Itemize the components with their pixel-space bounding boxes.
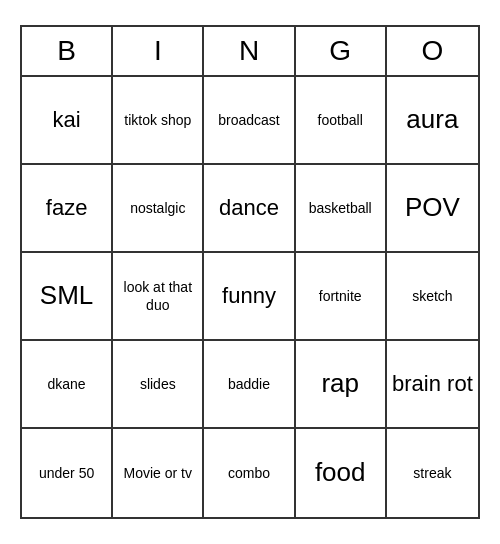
bingo-cell: dance <box>204 165 295 253</box>
bingo-cell: baddie <box>204 341 295 429</box>
bingo-cell: faze <box>22 165 113 253</box>
bingo-grid: kaitiktok shopbroadcastfootballaurafazen… <box>22 77 478 517</box>
bingo-cell: rap <box>296 341 387 429</box>
bingo-cell: football <box>296 77 387 165</box>
bingo-cell: funny <box>204 253 295 341</box>
bingo-cell: fortnite <box>296 253 387 341</box>
bingo-card: BINGO kaitiktok shopbroadcastfootballaur… <box>20 25 480 519</box>
bingo-cell: streak <box>387 429 478 517</box>
bingo-cell: basketball <box>296 165 387 253</box>
bingo-cell: tiktok shop <box>113 77 204 165</box>
bingo-cell: dkane <box>22 341 113 429</box>
bingo-cell: aura <box>387 77 478 165</box>
bingo-cell: kai <box>22 77 113 165</box>
bingo-cell: nostalgic <box>113 165 204 253</box>
bingo-cell: brain rot <box>387 341 478 429</box>
header-letter: N <box>204 27 295 75</box>
bingo-cell: under 50 <box>22 429 113 517</box>
header-letter: I <box>113 27 204 75</box>
header-letter: G <box>296 27 387 75</box>
bingo-cell: broadcast <box>204 77 295 165</box>
bingo-cell: sketch <box>387 253 478 341</box>
bingo-cell: Movie or tv <box>113 429 204 517</box>
header-letter: O <box>387 27 478 75</box>
bingo-cell: slides <box>113 341 204 429</box>
header-letter: B <box>22 27 113 75</box>
bingo-header: BINGO <box>22 27 478 77</box>
bingo-cell: food <box>296 429 387 517</box>
bingo-cell: combo <box>204 429 295 517</box>
bingo-cell: SML <box>22 253 113 341</box>
bingo-cell: POV <box>387 165 478 253</box>
bingo-cell: look at that duo <box>113 253 204 341</box>
